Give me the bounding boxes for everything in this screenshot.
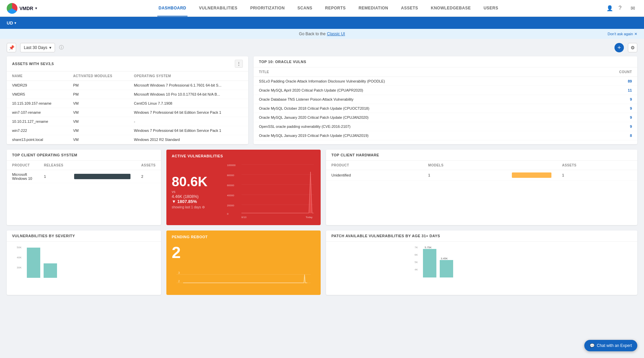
oracle-table-row[interactable]: Oracle MySQL April 2020 Critical Patch U…	[254, 86, 637, 95]
hw-product: Unidentified	[326, 170, 423, 181]
asset-name[interactable]: VMDR29	[7, 81, 68, 90]
active-vuln-showing[interactable]: showing last 1 days ⚙	[172, 205, 205, 209]
classic-ui-link[interactable]: Classic UI	[327, 32, 345, 36]
severity-widget-header: VULNERABILITIES BY SEVERITY	[7, 231, 161, 242]
oracle-col-title: TITLE	[254, 67, 581, 77]
patch-age-widget-header: PATCH AVAILABLE VULNERABILITIES BY AGE 3…	[326, 231, 637, 242]
oracle-table-row[interactable]: Oracle MySQL January 2019 Critical Patch…	[254, 131, 637, 140]
nav-reports[interactable]: REPORTS	[324, 0, 347, 16]
assets-col-name: NAME	[7, 71, 68, 81]
date-range-dropdown[interactable]: Last 30 Days ▾	[20, 43, 55, 52]
app-dropdown-icon[interactable]: ▾	[35, 6, 37, 10]
assets-table-row[interactable]: 10.10.21.127_rename VM -	[7, 117, 248, 126]
asset-name[interactable]: win7-222	[7, 126, 68, 135]
oracle-col-count: COUNT	[581, 67, 637, 77]
assets-table-row[interactable]: VMDR29 PM Microsoft Windows 7 Profession…	[7, 81, 248, 90]
banner-text: Go Back to the	[299, 32, 325, 36]
active-vuln-header: ACTIVE VULNERABILITIES	[166, 150, 321, 158]
oracle-widget-header: TOP 10: ORACLE VULNS	[254, 56, 637, 67]
asset-name[interactable]: win7-107-rename	[7, 108, 68, 117]
severity-widget-title: VULNERABILITIES BY SEVERITY	[12, 234, 75, 238]
assets-table-row[interactable]: VMDR5 PM Microsoft Windows 10 Pro 10.0.1…	[7, 90, 248, 99]
os-col-releases: RELEASES	[39, 161, 69, 170]
os-widget: TOP CLIENT OPERATING SYSTEM PRODUCT RELE…	[7, 150, 161, 225]
help-icon[interactable]: ?	[619, 5, 625, 12]
oracle-count[interactable]: 11	[581, 86, 637, 95]
os-product: Microsoft Windows 10	[7, 170, 39, 183]
hw-col-assets-count: ASSETS	[557, 161, 637, 170]
asset-name[interactable]: 10.115.109.157-rename	[7, 99, 68, 108]
svg-text:3: 3	[178, 271, 180, 274]
svg-rect-29	[440, 260, 453, 277]
asset-name[interactable]: 10.10.21.127_rename	[7, 117, 68, 126]
nav-knowledgebase[interactable]: KNOWLEDGEBASE	[430, 0, 472, 16]
org-label: UD	[7, 20, 13, 25]
os-bar-cell	[69, 170, 136, 183]
oracle-count[interactable]: 9	[581, 113, 637, 122]
main-content: ASSETS WITH SEV3,5 ⋮ NAME ACTIVATED MODU…	[0, 56, 644, 302]
add-widget-button[interactable]: +	[614, 43, 624, 52]
settings-button[interactable]: ⚙	[628, 43, 637, 52]
nav-vulnerabilities[interactable]: VULNERABILITIES	[198, 0, 239, 16]
nav-users[interactable]: USERS	[482, 0, 500, 16]
active-vuln-main-number: 80.6K	[172, 175, 208, 188]
assets-sev-widget: ASSETS WITH SEV3,5 ⋮ NAME ACTIVATED MODU…	[7, 56, 248, 144]
asset-modules: VM	[68, 126, 128, 135]
hw-models: 1	[423, 170, 506, 181]
svg-text:5.75K: 5.75K	[425, 246, 432, 249]
os-progress-bar	[74, 174, 130, 179]
row-3: VULNERABILITIES BY SEVERITY 50K 40K 30K …	[7, 231, 637, 295]
oracle-count[interactable]: 89	[581, 77, 637, 86]
oracle-table-row[interactable]: Oracle MySQL January 2020 Critical Patch…	[254, 113, 637, 122]
dont-ask-button[interactable]: Don't ask again ✕	[608, 32, 637, 36]
assets-table-row[interactable]: 10.115.109.157-rename VM CentOS Linux 7.…	[7, 99, 248, 108]
toolbar-help-icon[interactable]: ⓘ	[59, 45, 64, 51]
assets-widget-menu-btn[interactable]: ⋮	[235, 60, 243, 68]
asset-os: Windows 2012 R2 Standard	[128, 135, 248, 144]
assets-widget-title: ASSETS WITH SEV3,5	[12, 62, 54, 66]
oracle-title: Oracle Database TNS Listener Poison Atta…	[254, 95, 581, 104]
active-vuln-svg: 100000 80000 60000 40000 20000 0	[225, 161, 315, 221]
active-vuln-vs-label: vs	[172, 190, 175, 194]
assets-table-row[interactable]: share13.point.local VM Windows 2012 R2 S…	[7, 135, 248, 144]
asset-name[interactable]: share13.point.local	[7, 135, 68, 144]
nav-icons: 👤 ? ✉	[606, 5, 637, 12]
dont-ask-close-icon: ✕	[634, 32, 637, 36]
oracle-table: TITLE COUNT SSLv3 Padding Oracle Attack …	[254, 67, 637, 140]
assets-col-os: OPERATING SYSTEM	[128, 71, 248, 81]
oracle-count[interactable]: 9	[581, 104, 637, 113]
app-logo[interactable]: VMDR ▾	[7, 3, 37, 14]
toolbar: 📌 Last 30 Days ▾ ⓘ + ⚙	[0, 39, 644, 56]
oracle-widget-title: TOP 10: ORACLE VULNS	[259, 60, 306, 64]
pending-chart: 3 2	[166, 264, 321, 295]
svg-text:4K: 4K	[415, 268, 418, 271]
svg-text:8/10: 8/10	[241, 216, 247, 219]
mail-icon[interactable]: ✉	[631, 5, 637, 12]
org-dropdown[interactable]: UD ▾	[7, 20, 16, 25]
nav-prioritization[interactable]: PRIORITIZATION	[249, 0, 286, 16]
oracle-count[interactable]: 9	[581, 95, 637, 104]
oracle-table-row[interactable]: Oracle Database TNS Listener Poison Atta…	[254, 95, 637, 104]
nav-scans[interactable]: SCANS	[296, 0, 314, 16]
assets-table-row[interactable]: win7-107-rename VM Windows 7 Professiona…	[7, 108, 248, 117]
os-table-row: Microsoft Windows 10 1 2	[7, 170, 161, 183]
asset-os: Windows 7 Professional 64 bit Edition Se…	[128, 108, 248, 117]
svg-rect-17	[27, 248, 40, 278]
severity-svg: 50K 40K 30K	[12, 245, 156, 285]
nav-dashboard[interactable]: DASHBOARD	[157, 0, 188, 16]
oracle-table-row[interactable]: OpenSSL oracle padding vulnerability (CV…	[254, 122, 637, 131]
oracle-table-row[interactable]: Oracle MySQL October 2018 Critical Patch…	[254, 104, 637, 113]
asset-os: Microsoft Windows 10 Pro 10.0.17763 64-b…	[128, 90, 248, 99]
nav-remediation[interactable]: REMEDIATION	[357, 0, 390, 16]
oracle-count[interactable]: 8	[581, 131, 637, 140]
user-icon[interactable]: 👤	[606, 5, 613, 12]
oracle-table-row[interactable]: SSLv3 Padding Oracle Attack Information …	[254, 77, 637, 86]
nav-assets[interactable]: ASSETS	[399, 0, 419, 16]
nav-links: DASHBOARD VULNERABILITIES PRIORITIZATION…	[50, 0, 606, 16]
pin-button[interactable]: 📌	[7, 43, 16, 52]
asset-name[interactable]: VMDR5	[7, 90, 68, 99]
oracle-count[interactable]: 9	[581, 122, 637, 131]
assets-table-row[interactable]: win7-222 VM Windows 7 Professional 64 bi…	[7, 126, 248, 135]
sub-nav: UD ▾	[0, 17, 644, 29]
hw-table-row: Unidentified 1 1	[326, 170, 637, 181]
